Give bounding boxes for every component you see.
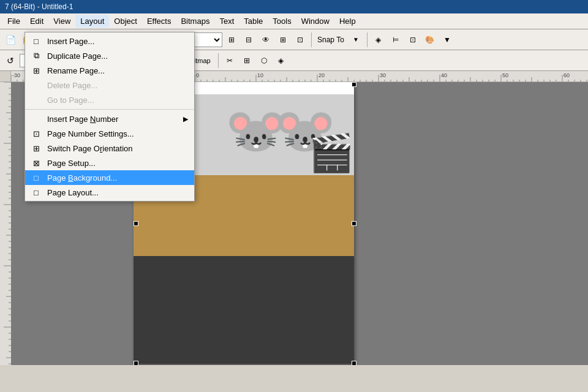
menu-window[interactable]: Window [296,15,334,28]
more-btn[interactable]: ▼ [439,32,455,48]
sharpen-btn[interactable]: ◈ [273,53,289,69]
insert-page-label: Insert Page... [47,37,94,46]
snap-to-label: Snap To [315,36,347,44]
layout-dropdown-menu: □ Insert Page... ⧉ Duplicate Page... ⊞ R… [24,32,195,202]
menu-item-page-setup[interactable]: ⊠ Page Setup... [25,156,194,170]
handle-mr[interactable] [352,221,356,226]
sep4 [311,32,312,47]
menu-item-insert-page-number[interactable]: Insert Page Number ▶ [25,111,194,126]
sep5 [367,32,368,47]
duplicate-page-label: Duplicate Page... [47,51,108,61]
nodes-btn[interactable]: ◈ [371,32,386,48]
menu-item-rename-page[interactable]: ⊞ Rename Page... [25,63,194,78]
snap-dropdown[interactable]: ▼ [348,32,364,48]
delete-page-label: Delete Page... [47,81,97,90]
separator-1 [25,109,194,110]
page-background-icon: □ [30,172,42,184]
menu-item-delete-page: Delete Page... [25,78,194,92]
menu-help[interactable]: Help [334,15,361,28]
page-layout-label: Page Layout... [47,188,99,197]
menu-bar: File Edit View Layout Object Effects Bit… [0,13,588,29]
go-to-page-icon [30,94,42,106]
page-number-settings-icon: ⊡ [30,127,42,140]
zoom-fit-btn[interactable]: ⊞ [224,32,239,48]
handle-br[interactable] [352,361,356,365]
align-btn[interactable]: ⊨ [388,32,404,48]
menu-item-page-layout[interactable]: □ Page Layout... [25,185,194,200]
page-layout-icon: □ [30,186,42,198]
page-background-label: Page Background... [47,173,117,183]
rename-page-icon: ⊞ [30,64,42,77]
menu-item-page-number-settings[interactable]: ⊡ Page Number Settings... [25,126,194,141]
duplicate-page-icon: ⧉ [30,50,42,62]
insert-number-icon [30,113,42,125]
rename-page-label: Rename Page... [47,66,105,75]
delete-page-icon [30,79,42,91]
page-number-settings-label: Page Number Settings... [47,129,134,138]
bitmap-effect-btn[interactable]: ⊞ [239,53,255,69]
snap-align-btn[interactable]: ⊞ [275,32,291,48]
menu-object[interactable]: Object [109,15,142,28]
new-btn[interactable]: 📄 [2,32,18,48]
insert-page-icon: □ [30,35,42,47]
page-setup-icon: ⊠ [30,157,42,169]
snap-btn2[interactable]: ⊡ [292,32,308,48]
color-btn[interactable]: 🎨 [422,32,438,48]
crop-btn[interactable]: ✂ [222,53,238,69]
menu-item-insert-page[interactable]: □ Insert Page... [25,34,194,48]
insert-page-number-label: Insert Page Number [47,115,118,124]
color-correct-btn[interactable]: ⬡ [256,53,272,69]
menu-bitmaps[interactable]: Bitmaps [176,15,214,28]
switch-orientation-icon: ⊞ [30,142,42,154]
ruler-vertical [0,82,11,365]
menu-item-go-to-page: Go to Page... [25,92,194,107]
view-btn[interactable]: 👁 [258,32,274,48]
menu-text[interactable]: Text [214,15,239,28]
menu-effects[interactable]: Effects [142,15,176,28]
switch-orientation-label: Switch Page Orientation [47,144,133,153]
go-to-page-label: Go to Page... [47,96,94,105]
menu-view[interactable]: View [48,15,75,28]
menu-table[interactable]: Table [239,15,268,28]
menu-item-duplicate-page[interactable]: ⧉ Duplicate Page... [25,48,194,63]
menu-edit[interactable]: Edit [25,15,48,28]
zoom-page-btn[interactable]: ⊟ [241,32,257,48]
menu-file[interactable]: File [2,15,25,28]
handle-tr[interactable] [352,82,356,87]
page-setup-label: Page Setup... [47,159,96,168]
sep9 [218,53,219,68]
menu-tools[interactable]: Tools [268,15,296,28]
handle-bl[interactable] [134,361,138,365]
transform-btn[interactable]: ⊡ [405,32,421,48]
title-text: 7 (64-Bit) - Untitled-1 [5,2,73,11]
menu-item-page-background[interactable]: □ Page Background... [25,170,194,185]
ruler-corner [0,71,11,82]
rotate-left-btn[interactable]: ↺ [2,53,18,69]
menu-layout[interactable]: Layout [75,15,109,28]
handle-ml[interactable] [134,221,138,226]
menu-item-switch-orientation[interactable]: ⊞ Switch Page Orientation [25,141,194,156]
title-bar: 7 (64-Bit) - Untitled-1 [0,0,588,13]
submenu-arrow: ▶ [183,115,188,123]
